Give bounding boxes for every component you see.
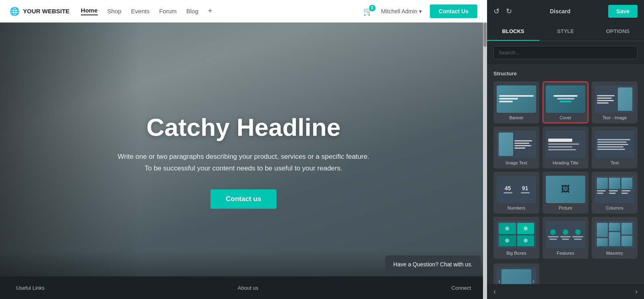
nav-right: 🛒 0 Mitchell Admin ▾ Contact Us [363, 4, 477, 18]
panel-next-button[interactable]: › [635, 287, 638, 296]
panel-prev-button[interactable]: ‹ [493, 287, 496, 296]
columns-label: Columns [606, 206, 623, 210]
hero-subtitle-line1: Write one or two paragraphs describing y… [118, 153, 369, 160]
block-cover[interactable]: Cover [543, 81, 588, 123]
nav-events[interactable]: Events [131, 8, 150, 15]
picture-icon: 🖼 [561, 184, 570, 195]
preview-scrollbar[interactable] [483, 23, 487, 299]
main-area: Catchy Headline Write one or two paragra… [0, 23, 644, 299]
cart-badge: 0 [369, 5, 376, 11]
carousel-right-arrow-icon: › [533, 278, 535, 284]
image-text-thumbnail [497, 131, 536, 158]
masonry-label: Masonry [606, 251, 623, 255]
cart-button[interactable]: 🛒 0 [363, 6, 373, 16]
tab-options[interactable]: OPTIONS [592, 23, 644, 41]
hero-content: Catchy Headline Write one or two paragra… [85, 113, 401, 209]
footer-strip: Useful Links About us Connect [0, 276, 487, 299]
image-text-label: Image Text [506, 160, 527, 165]
nav-shop[interactable]: Shop [107, 8, 122, 15]
brand-label: YOUR WEBSITE [23, 8, 70, 15]
block-columns[interactable]: Columns [592, 172, 638, 214]
text-thumbnail [595, 131, 634, 158]
carousel-thumbnail: ‹ › [497, 268, 536, 284]
banner-thumbnail [497, 85, 536, 113]
features-label: Features [557, 251, 574, 255]
text-image-label: Text - Image [603, 115, 627, 120]
right-panel: BLOCKS STYLE OPTIONS Structure [487, 23, 644, 299]
tab-style[interactable]: STYLE [539, 23, 592, 41]
nav-blog[interactable]: Blog [186, 8, 198, 15]
block-picture[interactable]: 🖼 Picture [543, 172, 588, 214]
block-features[interactable]: Features [543, 217, 588, 259]
block-heading[interactable]: Heading Title [543, 127, 588, 168]
hero-cta-button[interactable]: Contact us [211, 189, 277, 209]
scrollbar-thumb [483, 23, 487, 47]
block-numbers[interactable]: 45 91 Numbers [493, 172, 539, 214]
picture-thumbnail: 🖼 [546, 176, 585, 203]
footer-link-2: About us [238, 285, 258, 291]
hero-subtitle-line2: To be successful your content needs to b… [144, 164, 342, 172]
block-carousel[interactable]: ‹ › Carousel [493, 264, 539, 284]
nav-links: Home Shop Events Forum Blog + [81, 7, 352, 15]
chat-widget[interactable]: Have a Question? Chat with us. [385, 255, 481, 273]
panel-bottom-nav: ‹ › [487, 284, 644, 299]
redo-button[interactable]: ↻ [506, 7, 512, 16]
brand: 🌐 YOUR WEBSITE [10, 6, 70, 16]
preview-area: Catchy Headline Write one or two paragra… [0, 23, 487, 299]
undo-button[interactable]: ↺ [493, 7, 500, 16]
discard-button[interactable]: Discard [550, 8, 570, 15]
footer-link-3: Connect [452, 285, 471, 291]
save-button[interactable]: Save [608, 5, 638, 18]
block-image-text[interactable]: Image Text [493, 127, 539, 168]
toolbar-icons: ↺ ↻ [493, 7, 512, 16]
heading-thumbnail [546, 131, 585, 158]
text-label: Text [611, 160, 619, 165]
big-boxes-label: Big Boxes [506, 251, 526, 255]
admin-chevron-icon: ▾ [419, 8, 422, 15]
features-thumbnail [546, 221, 585, 248]
hero-subtitle: Write one or two paragraphs describing y… [118, 151, 369, 174]
nav-forum[interactable]: Forum [159, 8, 176, 15]
chat-text: Have a Question? Chat with us. [393, 261, 473, 268]
carousel-left-arrow-icon: ‹ [498, 278, 500, 284]
picture-label: Picture [559, 206, 572, 210]
block-text-image[interactable]: Text - Image [592, 81, 638, 123]
numbers-label: Numbers [508, 206, 526, 210]
hero-title: Catchy Headline [118, 113, 369, 141]
nav-home[interactable]: Home [81, 7, 98, 15]
footer-link-1: Useful Links [16, 285, 45, 291]
text-image-thumbnail [595, 85, 634, 113]
banner-label: Banner [509, 115, 523, 120]
block-big-boxes[interactable]: Big Boxes [493, 217, 539, 259]
heading-label: Heading Title [553, 160, 578, 165]
big-boxes-thumbnail [497, 221, 536, 248]
globe-icon: 🌐 [10, 6, 20, 16]
block-text[interactable]: Text [592, 127, 638, 168]
section-title: Structure [493, 71, 638, 77]
admin-label: Mitchell Admin [381, 8, 417, 15]
navbar: 🌐 YOUR WEBSITE Home Shop Events Forum Bl… [0, 0, 487, 23]
numbers-thumbnail: 45 91 [497, 176, 536, 203]
admin-menu[interactable]: Mitchell Admin ▾ [381, 8, 422, 15]
blocks-grid: Banner Cover [493, 81, 638, 259]
block-banner[interactable]: Banner [493, 81, 539, 123]
columns-thumbnail [595, 176, 634, 203]
add-menu-icon[interactable]: + [208, 7, 213, 15]
masonry-thumbnail [595, 221, 634, 248]
panel-tabs: BLOCKS STYLE OPTIONS [487, 23, 644, 41]
tab-blocks[interactable]: BLOCKS [487, 23, 539, 41]
panel-search-area [487, 41, 644, 64]
cover-thumbnail [546, 85, 585, 113]
search-input[interactable] [493, 46, 638, 59]
cover-label: Cover [559, 115, 571, 120]
contact-us-button[interactable]: Contact Us [430, 4, 477, 18]
panel-content: Structure Banner [487, 64, 644, 284]
block-masonry[interactable]: Masonry [592, 217, 638, 259]
